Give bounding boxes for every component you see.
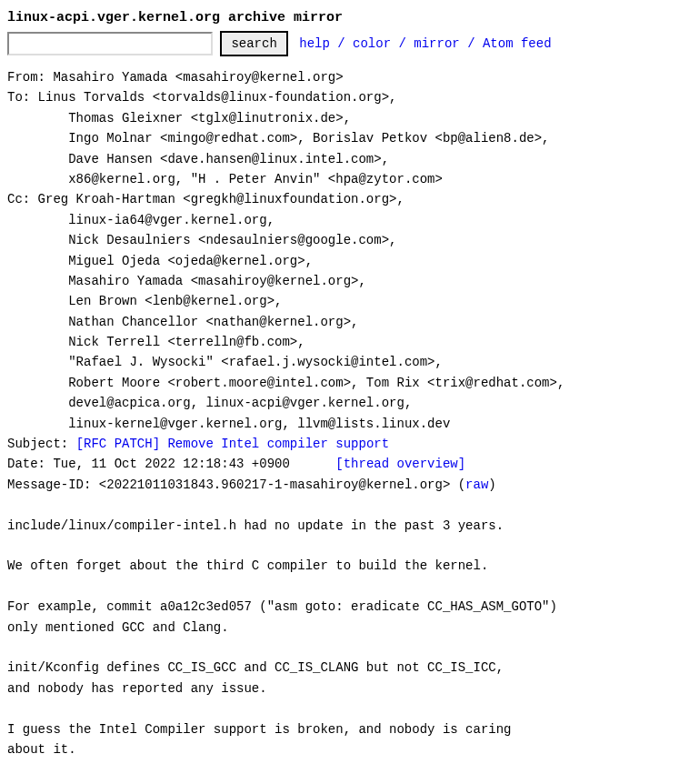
cc-line: linux-ia64@vger.kernel.org, (68, 213, 275, 227)
search-input[interactable] (7, 32, 213, 55)
archive-title: linux-acpi.vger.kernel.org archive mirro… (7, 7, 672, 29)
cc-line: Miguel Ojeda <ojeda@kernel.org>, (68, 254, 313, 268)
mirror-link[interactable]: mirror (414, 36, 459, 51)
body-line: and nobody has reported any issue. (7, 681, 267, 696)
color-link[interactable]: color (353, 36, 391, 51)
body-line: include/linux/compiler-intel.h had no up… (7, 518, 504, 533)
cc-line: Masahiro Yamada <masahiroy@kernel.org>, (68, 274, 366, 288)
msgid-value: <20221011031843.960217-1-masahiroy@kerne… (99, 477, 450, 492)
body-line: For example, commit a0a12c3ed057 ("asm g… (7, 599, 557, 614)
to-line: Linus Torvalds <torvalds@linux-foundatio… (38, 90, 397, 105)
cc-line: Nick Desaulniers <ndesaulniers@google.co… (68, 233, 396, 247)
cc-label: Cc: (7, 192, 38, 206)
from-value: Masahiro Yamada <masahiroy@kernel.org> (53, 70, 343, 85)
atom-feed-link[interactable]: Atom feed (483, 36, 552, 51)
nav-sep: / (467, 36, 483, 51)
cc-line: Robert Moore <robert.moore@intel.com>, T… (68, 376, 564, 390)
to-label: To: (7, 90, 38, 105)
msgid-label: Message-ID: (7, 477, 99, 492)
subject-label: Subject: (7, 437, 76, 451)
nav-sep: / (398, 36, 414, 51)
thread-overview-link[interactable]: [thread overview] (335, 457, 465, 471)
nav-sep: / (337, 36, 353, 51)
to-line: Ingo Molnar <mingo@redhat.com>, Borislav… (68, 131, 549, 146)
help-link[interactable]: help (299, 36, 330, 51)
search-button[interactable]: search (220, 31, 287, 56)
body-line: about it. (7, 742, 76, 757)
body-line: only mentioned GCC and Clang. (7, 620, 229, 635)
from-label: From: (7, 70, 53, 85)
cc-line: "Rafael J. Wysocki" <rafael.j.wysocki@in… (68, 355, 443, 369)
raw-link[interactable]: raw (465, 477, 488, 492)
date-value: Tue, 11 Oct 2022 12:18:43 +0900 (53, 457, 289, 471)
body-line: I guess the Intel Compiler support is br… (7, 722, 512, 737)
to-line: x86@kernel.org, "H . Peter Anvin" <hpa@z… (68, 172, 443, 186)
message: From: Masahiro Yamada <masahiroy@kernel.… (7, 67, 672, 759)
header-nav: help / color / mirror / Atom feed (299, 36, 551, 51)
cc-line: devel@acpica.org, linux-acpi@vger.kernel… (68, 396, 412, 410)
to-line: Thomas Gleixner <tglx@linutronix.de>, (68, 111, 351, 126)
cc-line: linux-kernel@vger.kernel.org, llvm@lists… (68, 417, 450, 431)
date-label: Date: (7, 457, 53, 471)
subject-link[interactable]: [RFC PATCH] Remove Intel compiler suppor… (76, 437, 389, 451)
cc-line: Nick Terrell <terrelln@fb.com>, (68, 335, 305, 349)
search-row: search help / color / mirror / Atom feed (7, 31, 672, 56)
body-line: We often forget about the third C compil… (7, 558, 488, 573)
to-line: Dave Hansen <dave.hansen@linux.intel.com… (68, 152, 389, 166)
cc-line: Nathan Chancellor <nathan@kernel.org>, (68, 315, 358, 329)
cc-line: Greg Kroah-Hartman <gregkh@linuxfoundati… (38, 192, 404, 206)
cc-line: Len Brown <lenb@kernel.org>, (68, 294, 282, 308)
search-form: search (7, 36, 295, 51)
body-line: init/Kconfig defines CC_IS_GCC and CC_IS… (7, 660, 504, 675)
